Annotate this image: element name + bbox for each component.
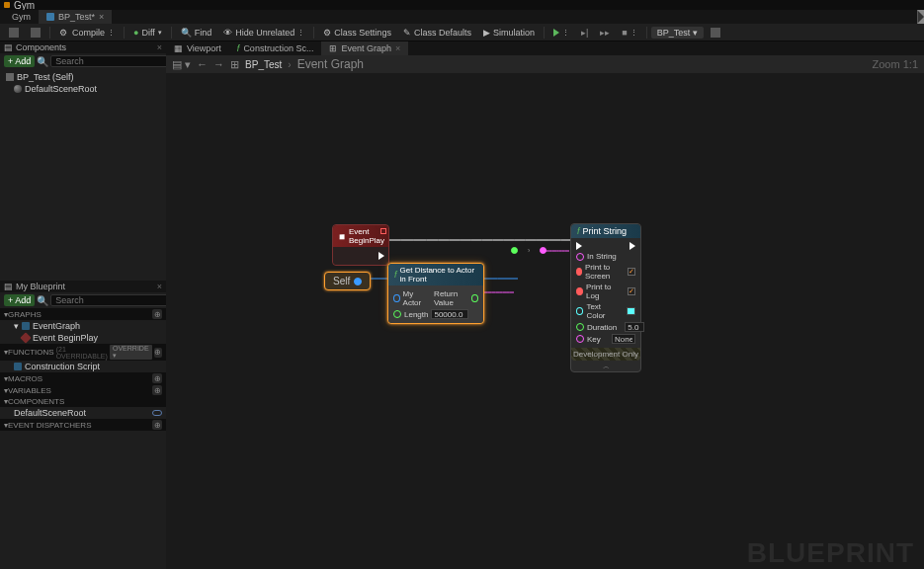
graph-tabs: ▦Viewport fConstruction Sc... ⊞Event Gra… [166, 41, 924, 55]
window-titlebar: Gym [0, 0, 924, 10]
return-value-pin[interactable] [471, 294, 478, 302]
document-tabs: Gym BP_Test* × [0, 10, 924, 24]
in-string-pin[interactable] [576, 253, 584, 261]
component-variable-item[interactable]: DefaultSceneRoot [0, 407, 166, 419]
print-screen-pin[interactable] [576, 268, 582, 276]
add-blueprint-button[interactable]: Add [4, 294, 35, 306]
section-components[interactable]: ▾ Components [0, 396, 166, 407]
print-log-checkbox[interactable] [628, 287, 635, 295]
duration-pin[interactable] [576, 323, 584, 331]
tab-gym[interactable]: Gym [0, 10, 39, 24]
tab-viewport[interactable]: ▦Viewport [166, 41, 229, 55]
component-item[interactable]: DefaultSceneRoot [0, 83, 166, 95]
text-color-pin[interactable] [576, 307, 583, 315]
graph-canvas[interactable]: ◆ Event BeginPlay Self › [166, 73, 924, 569]
color-swatch[interactable] [627, 307, 635, 315]
tab-label: BP_Test* [58, 12, 95, 22]
nav-home-button[interactable]: ⊞ [230, 58, 239, 71]
actor-icon [6, 73, 14, 81]
tab-label: Gym [12, 12, 31, 22]
find-button[interactable]: 🔍Find [176, 26, 217, 40]
construction-script-item[interactable]: Construction Script [0, 361, 166, 372]
search-blueprint-input[interactable] [50, 294, 171, 306]
reroute-pin[interactable] [511, 247, 518, 254]
breadcrumb-current[interactable]: Event Graph [297, 57, 364, 71]
component-root[interactable]: BP_Test (Self) [0, 71, 166, 83]
search-components-input[interactable] [50, 55, 171, 67]
event-icon [20, 332, 31, 343]
graph-menu-button[interactable]: ▤ ▾ [172, 58, 191, 71]
tab-event-graph[interactable]: ⊞Event Graph× [321, 41, 408, 55]
skip-button[interactable]: ▸| [576, 26, 593, 40]
self-out-pin[interactable] [354, 278, 362, 285]
section-graphs[interactable]: ▾ Graphs⊕ [0, 308, 166, 320]
close-icon[interactable]: × [99, 12, 104, 22]
eventgraph-item[interactable]: ▾ EventGraph [0, 320, 166, 332]
nav-forward-button[interactable]: → [213, 58, 224, 70]
diff-button[interactable]: ●Diff▾ [128, 26, 167, 40]
step-button[interactable]: ▸▸ [595, 26, 615, 40]
add-function-button[interactable]: ⊕ [154, 348, 162, 358]
simulation-button[interactable]: ▶Simulation [478, 26, 540, 40]
length-pin[interactable] [393, 310, 401, 318]
dev-only-banner: Development Only [571, 348, 640, 361]
locate-button[interactable] [706, 26, 725, 40]
add-variable-button[interactable]: ⊕ [152, 385, 162, 395]
blueprint-watermark: BLUEPRINT [747, 537, 914, 569]
breadcrumb-root[interactable]: BP_Test [245, 59, 282, 70]
add-dispatcher-button[interactable]: ⊕ [152, 420, 162, 430]
close-icon[interactable]: × [157, 282, 162, 291]
tab-bp-test[interactable]: BP_Test* × [39, 10, 112, 24]
add-macro-button[interactable]: ⊕ [152, 373, 162, 383]
play-button[interactable]: ⋮ [548, 27, 574, 39]
browse-button[interactable] [26, 26, 45, 40]
section-event-dispatchers[interactable]: ▾ Event Dispatchers⊕ [0, 419, 166, 431]
reroute-pin[interactable] [540, 247, 546, 254]
sidebar: ▤ Components × Add 🔍 BP_Test (Self) Defa… [0, 41, 166, 569]
node-get-distance[interactable]: f Get Distance to Actor in Front My Acto… [387, 263, 484, 324]
add-graph-button[interactable]: ⊕ [152, 309, 162, 319]
reroute-node[interactable]: › [511, 247, 546, 254]
hide-unrelated-button[interactable]: 👁Hide Unrelated⋮ [218, 26, 309, 40]
my-actor-pin[interactable] [393, 294, 400, 302]
blueprint-icon [46, 13, 54, 21]
section-variables[interactable]: ▾ Variables⊕ [0, 384, 166, 396]
override-dropdown[interactable]: Override ▾ [110, 345, 152, 360]
exec-out-pin[interactable] [378, 252, 384, 260]
my-blueprint-header[interactable]: ▤ My Blueprint × [0, 281, 166, 292]
node-header: f Print String [571, 224, 640, 238]
stop-button[interactable]: ■⋮ [617, 26, 641, 40]
class-settings-button[interactable]: ⚙Class Settings [318, 26, 396, 40]
close-icon[interactable]: × [395, 43, 400, 53]
add-component-button[interactable]: Add [4, 55, 35, 67]
close-icon[interactable]: × [157, 42, 162, 52]
exec-out-pin[interactable] [630, 242, 635, 250]
app-icon [4, 2, 10, 8]
key-input[interactable] [612, 334, 635, 344]
node-event-beginplay[interactable]: ◆ Event BeginPlay [332, 224, 389, 266]
tab-construction-script[interactable]: fConstruction Sc... [229, 41, 322, 55]
compile-button[interactable]: ⚙Compile⋮ [54, 26, 120, 40]
duration-input[interactable] [625, 322, 644, 332]
print-screen-checkbox[interactable] [628, 268, 635, 276]
print-log-pin[interactable] [576, 287, 583, 295]
event-beginplay-item[interactable]: Event BeginPlay [0, 332, 166, 344]
section-functions[interactable]: ▾ Functions (21 Overridable)Override ▾⊕ [0, 344, 166, 361]
window-scrubber[interactable] [917, 10, 924, 24]
debug-target-dropdown[interactable]: BP_Test ▾ [651, 27, 704, 39]
class-defaults-button[interactable]: ✎Class Defaults [398, 26, 476, 40]
nav-back-button[interactable]: ← [197, 58, 208, 70]
visibility-icon[interactable] [152, 410, 162, 416]
length-input[interactable] [431, 309, 468, 319]
delegate-pin[interactable] [380, 228, 386, 234]
components-panel-header[interactable]: ▤ Components × [0, 41, 166, 53]
section-macros[interactable]: ▾ Macros⊕ [0, 372, 166, 384]
save-button[interactable] [4, 26, 24, 40]
exec-in-pin[interactable] [576, 242, 582, 250]
collapse-icon[interactable]: ︿ [571, 361, 640, 371]
breadcrumb: ▤ ▾ ← → ⊞ BP_Test › Event Graph Zoom 1:1 [166, 55, 924, 73]
node-header: f Get Distance to Actor in Front [388, 264, 483, 285]
node-print-string[interactable]: f Print String In String Print to Screen… [570, 223, 641, 372]
key-pin[interactable] [576, 335, 584, 343]
node-self[interactable]: Self [324, 272, 371, 290]
